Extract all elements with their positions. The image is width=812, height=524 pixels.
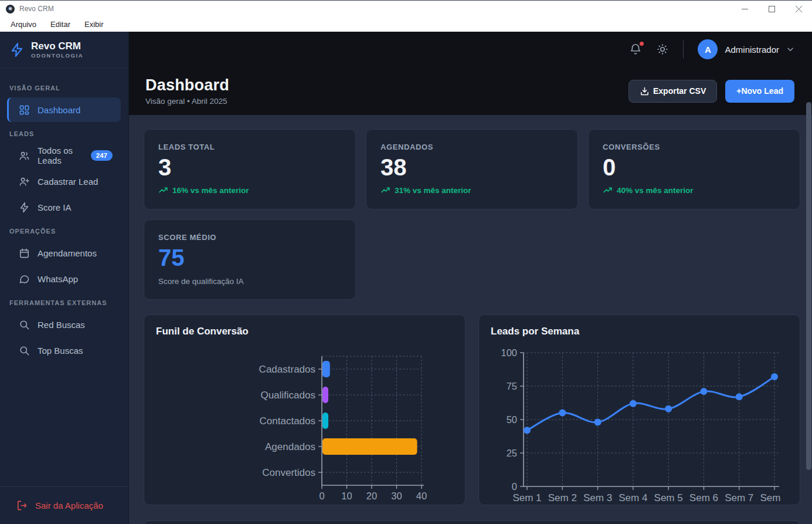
svg-text:Sem 4: Sem 4 [619, 492, 647, 503]
topbar-divider [683, 40, 684, 58]
nav-section-label: LEADS [9, 130, 119, 137]
stat-label: AGENDADOS [380, 143, 563, 151]
sidebar-item-label: Score IA [38, 202, 72, 212]
sidebar-item-label: Agendamentos [38, 248, 97, 258]
funnel-chart-title: Funil de Conversão [156, 326, 453, 337]
weekly-leads-chart-title: Leads por Semana [491, 326, 788, 337]
bolt-icon [19, 202, 30, 213]
svg-text:100: 100 [501, 347, 517, 358]
svg-text:Agendados: Agendados [265, 441, 315, 452]
svg-text:Cadastrados: Cadastrados [259, 364, 315, 375]
maximize-button[interactable] [758, 1, 785, 17]
sidebar-item-cadastrar-lead[interactable]: Cadastrar Lead [7, 169, 121, 194]
logout-icon [16, 500, 28, 511]
svg-text:Qualificados: Qualificados [260, 390, 315, 401]
user-plus-icon [19, 176, 30, 187]
svg-text:75: 75 [507, 381, 517, 391]
sidebar: Revo CRM ODONTOLOGIA VISÃO GERAL Dashboa… [0, 32, 129, 524]
menubar: Arquivo Editar Exibir [0, 17, 812, 32]
page-header: Dashboard Visão geral • Abril 2025 Expor… [129, 67, 812, 115]
new-lead-label: +Novo Lead [736, 86, 783, 96]
search-icon [19, 345, 30, 356]
sidebar-item-score-ia[interactable]: Score IA [7, 195, 121, 219]
app-logo-icon: ✺ [6, 5, 15, 13]
leads-count-badge: 247 [91, 150, 113, 161]
user-menu[interactable]: A Administrador [698, 39, 794, 59]
stat-trend-text: 40% vs mês anterior [617, 186, 694, 195]
page-subtitle: Visão geral • Abril 2025 [145, 97, 229, 106]
stat-value: 38 [380, 155, 563, 180]
sidebar-item-todos-os-leads[interactable]: Todos os Leads 247 [7, 143, 121, 168]
sidebar-logo: Revo CRM ODONTOLOGIA [0, 32, 128, 68]
sun-icon [656, 43, 669, 56]
user-name: Administrador [725, 45, 779, 55]
menu-view[interactable]: Exibir [79, 18, 110, 31]
sidebar-item-top-buscas[interactable]: Top Buscas [7, 338, 121, 363]
minimize-button[interactable] [731, 1, 758, 17]
sidebar-logo-subtitle: ODONTOLOGIA [31, 52, 83, 59]
svg-text:0: 0 [319, 491, 324, 501]
app-window: ✺ Revo CRM Arquivo Editar Exibir [0, 0, 812, 524]
sidebar-item-label: Cadastrar Lead [38, 177, 98, 187]
main-area: A Administrador Dashboard Visão geral • … [129, 32, 812, 524]
scrollbar-thumb[interactable] [806, 102, 811, 470]
funnel-chart-card: Funil de Conversão 010203040CadastradosQ… [144, 315, 466, 505]
chat-bubble-icon [19, 273, 30, 285]
export-csv-button[interactable]: Exportar CSV [628, 80, 717, 103]
trending-up-icon [158, 185, 168, 195]
menu-file[interactable]: Arquivo [5, 18, 42, 31]
users-icon [19, 150, 30, 161]
stat-label: SCORE MÉDIO [158, 233, 341, 242]
svg-text:Contactados: Contactados [260, 415, 315, 427]
dashboard-grid-icon [19, 104, 30, 116]
sidebar-item-dashboard[interactable]: Dashboard [7, 97, 121, 122]
sidebar-item-red-buscas[interactable]: Red Buscas [7, 312, 121, 337]
sidebar-item-whatsapp[interactable]: WhatsApp [7, 266, 121, 291]
new-lead-button[interactable]: +Novo Lead [725, 80, 794, 103]
page-title: Dashboard [145, 76, 229, 94]
search-icon [19, 319, 30, 330]
export-csv-label: Exportar CSV [653, 86, 706, 96]
svg-text:50: 50 [507, 414, 517, 425]
svg-text:Sem 6: Sem 6 [689, 492, 718, 503]
svg-text:40: 40 [416, 491, 427, 501]
svg-text:10: 10 [341, 491, 352, 501]
sidebar-item-agendamentos[interactable]: Agendamentos [7, 241, 121, 265]
window-title: Revo CRM [19, 5, 54, 13]
stat-card-agendados: AGENDADOS 38 31% vs mês anterior [366, 129, 578, 209]
stat-label: CONVERSÕES [603, 143, 786, 151]
weekly-leads-chart-card: Leads por Semana 0255075100Sem 1Sem 2Sem… [478, 315, 800, 505]
menu-edit[interactable]: Editar [45, 18, 76, 31]
stat-card-leads-total: LEADS TOTAL 3 16% vs mês anterior [144, 129, 356, 209]
stat-trend-text: 31% vs mês anterior [395, 186, 471, 195]
sidebar-item-label: WhatsApp [38, 274, 78, 284]
trending-up-icon [380, 185, 390, 195]
next-section-card-partial [144, 520, 800, 524]
bolt-logo-icon [9, 42, 25, 58]
svg-text:Convertidos: Convertidos [262, 467, 315, 478]
sidebar-nav: VISÃO GERAL Dashboard LEADS Todo [0, 68, 128, 486]
sidebar-item-label: Dashboard [38, 105, 80, 115]
theme-toggle-button[interactable] [656, 43, 669, 56]
avatar: A [698, 39, 718, 59]
svg-text:Sem 2: Sem 2 [548, 492, 577, 503]
svg-text:30: 30 [391, 491, 402, 501]
notifications-button[interactable] [629, 43, 642, 56]
calendar-icon [19, 248, 30, 259]
nav-section-label: VISÃO GERAL [9, 84, 119, 92]
stat-value: 0 [603, 155, 786, 180]
sidebar-logout[interactable]: Sair da Aplicação [0, 486, 128, 524]
svg-text:0: 0 [512, 481, 517, 492]
chevron-down-icon [786, 45, 794, 53]
logout-label: Sair da Aplicação [35, 501, 103, 511]
close-button[interactable] [785, 1, 812, 17]
svg-text:20: 20 [366, 491, 377, 501]
funnel-bar-chart: 010203040CadastradosQualificadosContacta… [156, 340, 453, 507]
stat-value: 3 [158, 155, 341, 180]
stat-trend-text: 16% vs mês anterior [172, 186, 249, 195]
stats-grid: LEADS TOTAL 3 16% vs mês anterior AGENDA… [144, 129, 800, 300]
svg-text:Sem 7: Sem 7 [725, 492, 753, 503]
nav-section-label: FERRAMENTAS EXTERNAS [9, 299, 119, 306]
charts-grid: Funil de Conversão 010203040CadastradosQ… [144, 315, 800, 505]
notification-dot [640, 42, 644, 46]
